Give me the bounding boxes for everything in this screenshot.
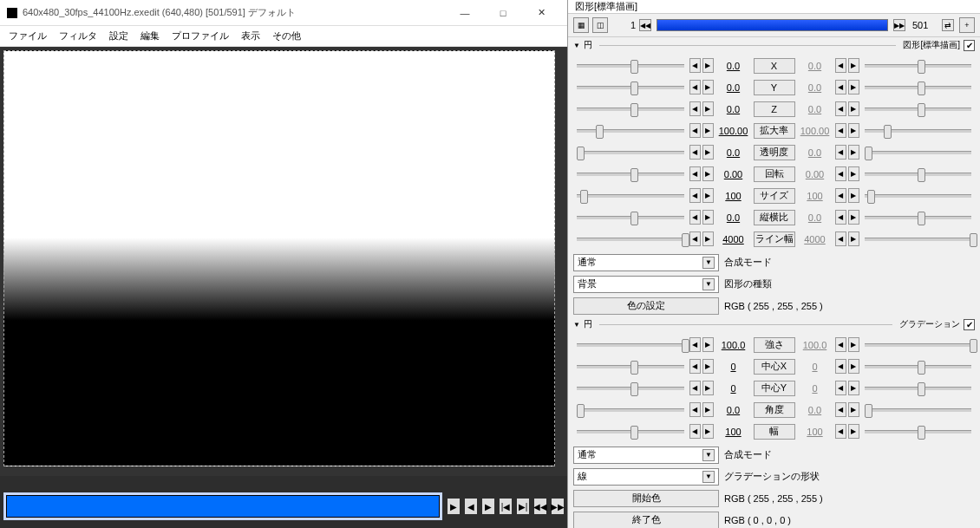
param-slider[interactable]	[865, 151, 972, 154]
param-slider[interactable]	[577, 408, 684, 412]
preview-canvas[interactable]	[3, 50, 555, 466]
param-slider[interactable]	[577, 387, 684, 390]
param-value-left[interactable]: 0.0	[715, 147, 752, 158]
param-label[interactable]: 中心X	[754, 359, 795, 375]
decrement-button[interactable]: ◀	[835, 402, 846, 417]
increment-button[interactable]: ▶	[848, 402, 859, 417]
param-slider[interactable]	[865, 86, 972, 89]
decrement-button[interactable]: ◀	[835, 166, 846, 181]
decrement-button[interactable]: ◀	[689, 80, 701, 95]
decrement-button[interactable]: ◀	[689, 210, 701, 225]
param-label[interactable]: 拡大率	[754, 123, 795, 139]
increment-button[interactable]: ▶	[702, 337, 714, 352]
decrement-button[interactable]: ◀	[689, 337, 701, 352]
select-dropdown[interactable]: 背景▼	[573, 276, 719, 293]
param-value-left[interactable]: 0	[715, 362, 752, 372]
param-value-left[interactable]: 100	[715, 191, 752, 201]
add-button[interactable]: +	[959, 17, 975, 33]
increment-button[interactable]: ▶	[848, 145, 859, 160]
increment-button[interactable]: ▶	[848, 188, 859, 203]
minimize-button[interactable]: —	[446, 1, 484, 25]
param-slider[interactable]	[577, 430, 684, 433]
param-slider[interactable]	[865, 173, 972, 176]
decrement-button[interactable]: ◀	[689, 58, 701, 73]
increment-button[interactable]: ▶	[848, 210, 859, 225]
param-label[interactable]: サイズ	[754, 188, 795, 204]
swap-button[interactable]: ⇄	[942, 19, 954, 31]
frame-last-button[interactable]: ▶▶	[893, 19, 905, 31]
decrement-button[interactable]: ◀	[835, 58, 846, 73]
param-value-right[interactable]: 0.0	[797, 61, 833, 71]
section-enable-checkbox[interactable]: ✔	[964, 40, 975, 51]
param-label[interactable]: X	[754, 58, 795, 74]
decrement-button[interactable]: ◀	[689, 402, 701, 417]
tool-btn-2[interactable]: ◫	[592, 17, 608, 33]
increment-button[interactable]: ▶	[848, 166, 859, 181]
decrement-button[interactable]: ◀	[835, 381, 846, 395]
param-label[interactable]: 幅	[754, 424, 795, 440]
increment-button[interactable]: ▶	[702, 210, 714, 225]
increment-button[interactable]: ▶	[848, 101, 859, 116]
decrement-button[interactable]: ◀	[835, 80, 846, 95]
menu-settings[interactable]: 設定	[109, 29, 128, 42]
param-slider[interactable]	[865, 238, 972, 241]
param-value-left[interactable]: 0	[715, 383, 752, 394]
param-value-left[interactable]: 100.00	[715, 126, 752, 136]
param-value-right[interactable]: 100	[797, 191, 833, 201]
end-button[interactable]: ▶▶	[552, 499, 564, 514]
param-slider[interactable]	[577, 108, 684, 111]
increment-button[interactable]: ▶	[848, 231, 859, 246]
param-label[interactable]: 強さ	[754, 337, 795, 353]
param-value-left[interactable]: 100	[715, 427, 752, 437]
section-enable-checkbox[interactable]: ✔	[964, 319, 975, 330]
decrement-button[interactable]: ◀	[689, 145, 701, 160]
param-value-right[interactable]: 0.0	[797, 212, 833, 223]
param-value-left[interactable]: 0.0	[715, 82, 752, 93]
param-slider[interactable]	[577, 194, 684, 198]
param-value-left[interactable]: 0.0	[715, 61, 752, 71]
param-slider[interactable]	[577, 86, 684, 89]
param-slider[interactable]	[577, 238, 684, 241]
decrement-button[interactable]: ◀	[835, 210, 846, 225]
param-value-left[interactable]: 0.0	[715, 405, 752, 415]
increment-button[interactable]: ▶	[702, 188, 714, 203]
menu-filter[interactable]: フィルタ	[59, 29, 97, 42]
increment-button[interactable]: ▶	[702, 145, 714, 160]
color-button[interactable]: 開始色	[573, 490, 719, 507]
param-label[interactable]: 透明度	[754, 145, 795, 160]
param-slider[interactable]	[865, 408, 972, 412]
decrement-button[interactable]: ◀	[689, 188, 701, 203]
param-label[interactable]: 角度	[754, 402, 795, 418]
next-frame-button[interactable]: ▶	[482, 499, 494, 514]
increment-button[interactable]: ▶	[848, 58, 859, 73]
param-slider[interactable]	[865, 387, 972, 390]
param-slider[interactable]	[577, 64, 684, 68]
increment-button[interactable]: ▶	[848, 337, 859, 352]
param-value-right[interactable]: 4000	[797, 234, 833, 244]
increment-button[interactable]: ▶	[702, 101, 714, 116]
decrement-button[interactable]: ◀	[835, 337, 846, 352]
color-button[interactable]: 色の設定	[573, 297, 719, 315]
decrement-button[interactable]: ◀	[835, 359, 846, 374]
decrement-button[interactable]: ◀	[689, 166, 701, 181]
decrement-button[interactable]: ◀	[689, 381, 701, 395]
param-label[interactable]: Y	[754, 80, 795, 95]
increment-button[interactable]: ▶	[702, 58, 714, 73]
decrement-button[interactable]: ◀	[835, 145, 846, 160]
frame-bar[interactable]	[657, 19, 888, 31]
close-button[interactable]: ✕	[522, 1, 560, 25]
param-value-right[interactable]: 100.0	[797, 340, 833, 350]
increment-button[interactable]: ▶	[702, 123, 714, 138]
param-value-right[interactable]: 100.00	[797, 126, 833, 136]
param-value-left[interactable]: 100.0	[715, 340, 752, 350]
param-value-right[interactable]: 0.0	[797, 104, 833, 114]
menu-profile[interactable]: プロファイル	[172, 29, 229, 42]
collapse-icon[interactable]: ▼	[573, 321, 580, 329]
increment-button[interactable]: ▶	[848, 359, 859, 374]
param-value-left[interactable]: 0.00	[715, 169, 752, 179]
menu-file[interactable]: ファイル	[9, 29, 47, 42]
increment-button[interactable]: ▶	[702, 166, 714, 181]
param-slider[interactable]	[865, 108, 972, 111]
param-value-right[interactable]: 0.0	[797, 405, 833, 415]
increment-button[interactable]: ▶	[848, 424, 859, 439]
